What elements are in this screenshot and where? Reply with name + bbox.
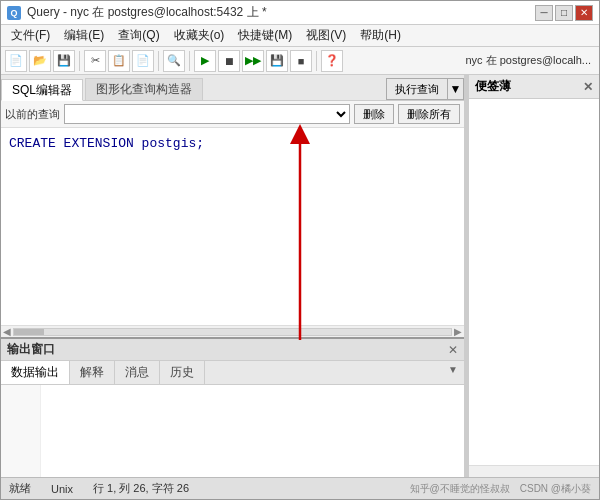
tab-visual[interactable]: 图形化查询构造器 <box>85 78 203 100</box>
menu-shortcuts[interactable]: 快捷键(M) <box>232 25 298 46</box>
title-bar: Q Query - nyc 在 postgres@localhost:5432 … <box>1 1 599 25</box>
status-right: 知乎@不睡觉的怪叔叔 CSDN @橘小葵 <box>410 482 591 496</box>
minimize-button[interactable]: ─ <box>535 5 553 21</box>
menu-view[interactable]: 视图(V) <box>300 25 352 46</box>
editor-tab-bar: SQL编辑器 图形化查询构造器 执行查询 ▼ <box>1 75 464 101</box>
delete-all-button[interactable]: 删除所有 <box>398 104 460 124</box>
tb-stop-button[interactable]: ⏹ <box>218 50 240 72</box>
watermark-1: 知乎@不睡觉的怪叔叔 <box>410 482 510 496</box>
status-position: 行 1, 列 26, 字符 26 <box>93 481 189 496</box>
code-editor[interactable]: CREATE EXTENSION postgis; <box>1 128 464 325</box>
scroll-track[interactable] <box>13 328 452 336</box>
tb-open-button[interactable]: 📂 <box>29 50 51 72</box>
delete-button[interactable]: 删除 <box>354 104 394 124</box>
execute-query-button[interactable]: 执行查询 <box>386 78 448 100</box>
query-toolbar: 以前的查询 删除 删除所有 <box>1 101 464 128</box>
menu-file[interactable]: 文件(F) <box>5 25 56 46</box>
app-icon: Q <box>7 6 21 20</box>
tb-new-button[interactable]: 📄 <box>5 50 27 72</box>
notepad-content[interactable] <box>469 99 599 465</box>
notepad-bottom-scrollbar[interactable] <box>469 465 599 477</box>
close-button[interactable]: ✕ <box>575 5 593 21</box>
tb-separator-3 <box>189 51 190 71</box>
tb-help-button[interactable]: ❓ <box>321 50 343 72</box>
notepad-close-button[interactable]: ✕ <box>583 80 593 94</box>
toolbar: 📄 📂 💾 ✂ 📋 📄 🔍 ▶ ⏹ ▶▶ 💾 ■ ❓ nyc 在 postgre… <box>1 47 599 75</box>
history-label: 以前的查询 <box>5 107 60 122</box>
tb-save-button[interactable]: 💾 <box>53 50 75 72</box>
tb-debug-button[interactable]: ▶▶ <box>242 50 264 72</box>
output-close-button[interactable]: ✕ <box>448 343 458 357</box>
output-header: 输出窗口 ✕ <box>1 339 464 361</box>
history-select[interactable] <box>64 104 350 124</box>
output-content <box>1 385 464 477</box>
status-ready: 就绪 <box>9 481 31 496</box>
tb-cut-button[interactable]: ✂ <box>84 50 106 72</box>
tb-separator-2 <box>158 51 159 71</box>
output-tab-explain[interactable]: 解释 <box>70 361 115 384</box>
window-controls: ─ □ ✕ <box>535 5 593 21</box>
code-line-1: CREATE EXTENSION postgis; <box>9 134 456 154</box>
left-panel: SQL编辑器 图形化查询构造器 执行查询 ▼ 以前的查询 删除 删除所有 CRE <box>1 75 465 477</box>
output-tab-data[interactable]: 数据输出 <box>1 361 70 384</box>
menu-query[interactable]: 查询(Q) <box>112 25 165 46</box>
tb-separator-4 <box>316 51 317 71</box>
menu-favorites[interactable]: 收藏夹(o) <box>168 25 231 46</box>
tb-copy-button[interactable]: 📋 <box>108 50 130 72</box>
status-bar: 就绪 Unix 行 1, 列 26, 字符 26 知乎@不睡觉的怪叔叔 CSDN… <box>1 477 599 499</box>
right-panel: 便签薄 ✕ <box>469 75 599 477</box>
tb-search-button[interactable]: 🔍 <box>163 50 185 72</box>
output-tab-arrow[interactable]: ▼ <box>442 361 464 384</box>
toolbar-right: nyc 在 postgres@localh... <box>462 53 596 68</box>
window-title: Query - nyc 在 postgres@localhost:5432 上 … <box>27 4 267 21</box>
execute-dropdown-button[interactable]: ▼ <box>448 78 464 100</box>
tb-paste-button[interactable]: 📄 <box>132 50 154 72</box>
output-tabs: 数据输出 解释 消息 历史 ▼ <box>1 361 464 385</box>
status-encoding: Unix <box>51 483 73 495</box>
output-area: 输出窗口 ✕ 数据输出 解释 消息 历史 ▼ <box>1 337 464 477</box>
scroll-thumb[interactable] <box>14 329 44 335</box>
tb-save2-button[interactable]: 💾 <box>266 50 288 72</box>
maximize-button[interactable]: □ <box>555 5 573 21</box>
output-left-panel <box>1 385 41 477</box>
notepad-header: 便签薄 ✕ <box>469 75 599 99</box>
tb-block-button[interactable]: ■ <box>290 50 312 72</box>
output-tab-messages[interactable]: 消息 <box>115 361 160 384</box>
menu-edit[interactable]: 编辑(E) <box>58 25 110 46</box>
watermark-2: CSDN @橘小葵 <box>520 482 591 496</box>
main-content: SQL编辑器 图形化查询构造器 执行查询 ▼ 以前的查询 删除 删除所有 CRE <box>1 75 599 477</box>
tb-run-button[interactable]: ▶ <box>194 50 216 72</box>
output-main-panel <box>41 385 464 477</box>
tab-sql[interactable]: SQL编辑器 <box>1 79 83 101</box>
output-tab-history[interactable]: 历史 <box>160 361 205 384</box>
horizontal-scrollbar[interactable]: ◀ ▶ <box>1 325 464 337</box>
notepad-title: 便签薄 <box>475 78 511 95</box>
tb-separator-1 <box>79 51 80 71</box>
main-window: Q Query - nyc 在 postgres@localhost:5432 … <box>0 0 600 500</box>
menu-help[interactable]: 帮助(H) <box>354 25 407 46</box>
menu-bar: 文件(F) 编辑(E) 查询(Q) 收藏夹(o) 快捷键(M) 视图(V) 帮助… <box>1 25 599 47</box>
title-bar-left: Q Query - nyc 在 postgres@localhost:5432 … <box>7 4 267 21</box>
connection-label: nyc 在 postgres@localh... <box>462 53 596 68</box>
output-title: 输出窗口 <box>7 341 55 358</box>
